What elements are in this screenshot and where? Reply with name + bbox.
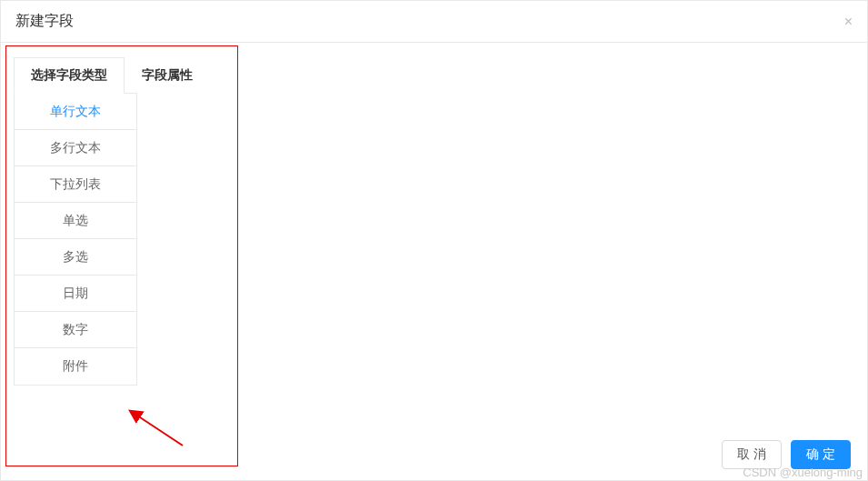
field-type-label: 多行文本 — [50, 140, 101, 156]
tab-label: 选择字段类型 — [31, 67, 107, 84]
annotation-arrow-icon — [128, 405, 192, 453]
field-type-label: 多选 — [63, 249, 88, 266]
cancel-button[interactable]: 取 消 — [722, 440, 782, 469]
field-type-date[interactable]: 日期 — [15, 276, 136, 312]
field-type-multi-line-text[interactable]: 多行文本 — [15, 130, 136, 166]
tabs: 选择字段类型 字段属性 — [1, 43, 867, 94]
field-type-label: 单行文本 — [50, 104, 101, 120]
modal-footer: 取 消 确 定 — [705, 427, 867, 481]
field-type-label: 单选 — [63, 213, 88, 229]
confirm-button[interactable]: 确 定 — [791, 440, 851, 469]
field-type-label: 下拉列表 — [50, 176, 101, 193]
field-type-attachment[interactable]: 附件 — [15, 348, 136, 385]
button-label: 确 定 — [806, 446, 835, 463]
new-field-modal: 新建字段 × 选择字段类型 字段属性 单行文本 多行文本 下拉列表 单选 — [0, 0, 868, 481]
field-type-label: 日期 — [63, 286, 88, 302]
tab-field-properties[interactable]: 字段属性 — [125, 57, 210, 94]
field-type-checkbox[interactable]: 多选 — [15, 239, 136, 276]
field-type-label: 数字 — [63, 322, 88, 338]
field-type-number[interactable]: 数字 — [15, 312, 136, 348]
modal-header: 新建字段 × — [1, 1, 867, 43]
field-type-list: 单行文本 多行文本 下拉列表 单选 多选 日期 数字 附件 — [14, 93, 137, 386]
button-label: 取 消 — [737, 446, 766, 463]
svg-line-1 — [137, 416, 183, 446]
modal-body: 选择字段类型 字段属性 单行文本 多行文本 下拉列表 单选 多选 日期 — [1, 43, 867, 481]
field-type-dropdown[interactable]: 下拉列表 — [15, 166, 136, 203]
modal-title: 新建字段 — [15, 12, 74, 31]
field-type-single-line-text[interactable]: 单行文本 — [15, 94, 136, 130]
tab-select-field-type[interactable]: 选择字段类型 — [14, 57, 125, 94]
field-type-label: 附件 — [63, 358, 88, 375]
close-icon[interactable]: × — [844, 15, 853, 29]
tab-label: 字段属性 — [142, 67, 193, 84]
field-type-radio[interactable]: 单选 — [15, 203, 136, 239]
